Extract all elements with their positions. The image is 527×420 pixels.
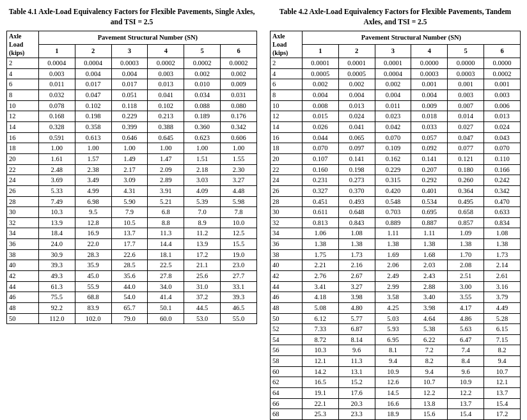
value-cell: 10.9 [375, 366, 411, 377]
table-row: 240.2310.2730.3150.2920.2600.242 [271, 175, 521, 186]
value-cell: 10.3 [38, 207, 75, 218]
value-cell: 0.198 [75, 111, 111, 122]
table2-col-3: 3 [375, 45, 411, 58]
value-cell: 4.64 [411, 313, 448, 324]
value-cell: 0.002 [375, 79, 411, 90]
value-cell: 1.73 [338, 249, 375, 260]
value-cell: 12.8 [75, 217, 111, 228]
value-cell: 44.5 [184, 302, 221, 313]
value-cell: 15.5 [221, 239, 257, 250]
value-cell: 1.38 [338, 239, 375, 250]
value-cell: 19.1 [302, 388, 338, 399]
value-cell: 16.5 [302, 377, 338, 388]
table-row: 6825.323.318.915.615.417.2 [271, 409, 521, 420]
value-cell: 0.0003 [411, 68, 448, 79]
value-cell: 0.002 [221, 68, 257, 79]
table-row: 201.611.571.491.471.511.55 [7, 153, 257, 164]
value-cell: 0.001 [411, 79, 448, 90]
value-cell: 3.55 [448, 292, 484, 303]
table2-sn-numbers-row: 1 2 3 4 5 6 [271, 45, 521, 58]
value-cell: 1.09 [448, 228, 484, 239]
value-cell: 0.013 [148, 79, 184, 90]
table1: AxleLoad(kips) Pavement Structural Numbe… [6, 31, 257, 324]
value-cell: 0.057 [411, 132, 448, 143]
value-cell: 5.77 [338, 313, 375, 324]
table-row: 4249.345.035.627.825.627.7 [7, 271, 257, 282]
value-cell: 0.342 [221, 122, 257, 133]
value-cell: 0.843 [338, 217, 375, 228]
value-cell: 0.493 [338, 196, 375, 207]
table2-sn-span: Pavement Structural Number (SN) [302, 31, 520, 45]
table-row: 6216.515.212.610.710.912.1 [271, 377, 521, 388]
table1-sn-numbers-row: 1 2 3 4 5 6 [7, 45, 257, 58]
value-cell: 0.003 [38, 68, 75, 79]
axle-load-cell: 38 [271, 249, 303, 260]
axle-load-cell: 62 [271, 377, 303, 388]
value-cell: 0.004 [375, 90, 411, 101]
value-cell: 0.703 [375, 207, 411, 218]
value-cell: 0.606 [221, 132, 257, 143]
value-cell: 4.09 [184, 185, 221, 196]
value-cell: 2.09 [148, 164, 184, 175]
table-row: 243.693.493.092.893.033.27 [7, 175, 257, 186]
value-cell: 61.3 [38, 281, 75, 292]
axle-load-cell: 48 [7, 302, 39, 313]
value-cell: 13.9 [184, 239, 221, 250]
value-cell: 0.0004 [375, 68, 411, 79]
axle-load-cell: 30 [271, 207, 303, 218]
value-cell: 0.364 [448, 185, 484, 196]
value-cell: 0.646 [111, 132, 148, 143]
value-cell: 2.76 [302, 271, 338, 282]
value-cell: 8.72 [302, 334, 338, 345]
value-cell: 68.8 [75, 292, 111, 303]
value-cell: 0.070 [375, 132, 411, 143]
value-cell: 4.99 [75, 185, 111, 196]
axle-load-cell: 36 [271, 239, 303, 250]
axle-load-cell: 6 [7, 79, 39, 90]
table-row: 140.3280.3580.3990.3880.3600.342 [7, 122, 257, 133]
value-cell: 1.38 [375, 239, 411, 250]
axle-load-cell: 2 [7, 58, 39, 69]
value-cell: 0.002 [302, 79, 338, 90]
value-cell: 1.38 [448, 239, 484, 250]
value-cell: 0.0000 [448, 58, 484, 69]
value-cell: 0.292 [411, 175, 448, 186]
table2-col-5: 5 [448, 45, 484, 58]
value-cell: 2.89 [148, 175, 184, 186]
axle-load-cell: 58 [271, 356, 303, 367]
value-cell: 3.16 [484, 281, 521, 292]
value-cell: 12.5 [221, 228, 257, 239]
value-cell: 0.358 [75, 122, 111, 133]
value-cell: 9.6 [448, 366, 484, 377]
value-cell: 0.017 [75, 79, 111, 90]
value-cell: 0.001 [484, 79, 521, 90]
value-cell: 0.658 [448, 207, 484, 218]
value-cell: 6.98 [75, 196, 111, 207]
table-row: 120.0150.0240.0230.0180.0140.013 [271, 111, 521, 122]
value-cell: 44.0 [111, 281, 148, 292]
axle-load-cell: 16 [271, 132, 303, 143]
table2-body: 20.00010.00010.00010.00000.00000.000040.… [271, 58, 521, 420]
value-cell: 2.30 [221, 164, 257, 175]
value-cell: 0.141 [411, 153, 448, 164]
value-cell: 0.042 [375, 122, 411, 133]
axle-load-cell: 50 [7, 313, 39, 324]
value-cell: 0.328 [38, 122, 75, 133]
value-cell: 0.088 [184, 100, 221, 111]
value-cell: 0.342 [484, 185, 521, 196]
table-row: 361.381.381.381.381.381.38 [271, 239, 521, 250]
value-cell: 2.38 [75, 164, 111, 175]
value-cell: 8.8 [148, 217, 184, 228]
value-cell: 37.2 [184, 292, 221, 303]
table-row: 120.1680.1980.2290.2130.1890.176 [7, 111, 257, 122]
axle-load-cell: 40 [7, 260, 39, 271]
value-cell: 3.49 [75, 175, 111, 186]
value-cell: 0.092 [411, 143, 448, 154]
value-cell: 0.004 [75, 68, 111, 79]
value-cell: 0.004 [338, 90, 375, 101]
table1-body: 20.00040.00040.00030.00020.00020.000240.… [7, 58, 257, 324]
axle-load-cell: 28 [271, 196, 303, 207]
table1-col-5: 5 [184, 45, 221, 58]
axle-load-cell: 18 [271, 143, 303, 154]
value-cell: 0.160 [302, 164, 338, 175]
